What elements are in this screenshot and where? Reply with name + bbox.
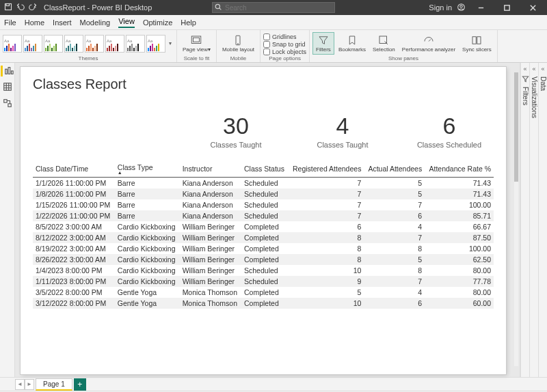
table-row[interactable]: 1/15/2026 11:00:00 PMBarreKiana Anderson… [33,199,494,210]
bookmarks-button[interactable]: Bookmarks [336,33,369,55]
visualizations-pane-collapsed[interactable]: « Visualizations [529,63,538,377]
filters-pane-collapsed[interactable]: « Filters [520,63,529,377]
menu-insert[interactable]: Insert [53,18,72,27]
svg-rect-5 [504,5,509,10]
theme-swatch[interactable]: Aa [3,35,22,53]
table-row[interactable]: 1/11/2023 8:00:00 PMCardio KickboxingWil… [33,276,494,287]
theme-swatch[interactable]: Aa [146,35,165,53]
table-cell: 5 [289,287,364,298]
search-box[interactable] [212,2,335,13]
table-cell: Cardio Kickboxing [115,221,180,232]
page-scroll-right[interactable]: ► [25,379,34,390]
table-cell: 7 [364,199,425,210]
sync-slicers-button[interactable]: Sync slicers [459,33,494,55]
maximize-button[interactable] [496,0,517,15]
theme-swatch[interactable]: Aa [64,35,83,53]
filters-button[interactable]: Filters [312,32,334,55]
menu-home[interactable]: Home [25,18,44,27]
performance-button[interactable]: Performance analyzer [399,33,458,55]
table-row[interactable]: 3/5/2022 8:00:00 PMGentle YogaMonica Tho… [33,287,494,298]
theme-swatch[interactable]: Aa [44,35,63,53]
table-row[interactable]: 1/8/2026 11:00:00 PMBarreKiana AndersonS… [33,188,494,199]
table-cell: 8 [289,232,364,243]
table-cell: William Beringer [180,254,241,265]
table-cell: 8 [364,265,425,276]
snap-checkbox[interactable]: Snap to grid [263,41,306,48]
column-header[interactable]: Actual Attendees [364,161,425,177]
theme-swatch[interactable]: Aa [126,35,145,53]
column-header[interactable]: Instructor [180,161,241,177]
window-title: ClassReport - Power BI Desktop [44,3,152,12]
table-cell: Monica Thomson [180,298,241,309]
kpi-card[interactable]: 6Classes Scheduled [412,113,487,149]
close-button[interactable] [522,0,543,15]
table-row[interactable]: 1/22/2026 11:00:00 PMBarreKiana Anderson… [33,210,494,221]
chevron-left-icon: « [541,66,544,72]
report-page[interactable]: Classes Report 30Classes Taught4Classes … [21,67,506,374]
column-header[interactable]: Class Type▲ [115,161,180,177]
signin-label[interactable]: Sign in [429,3,452,12]
theme-swatch[interactable]: Aa [105,35,124,53]
table-row[interactable]: 3/12/2022 8:00:00 PMGentle YogaMonica Th… [33,298,494,309]
table-cell: 1/15/2026 11:00:00 PM [33,199,115,210]
user-icon[interactable] [457,3,465,12]
kpi-label: Classes Taught [198,141,274,149]
search-input[interactable] [212,2,335,13]
themes-more[interactable]: ▾ [167,40,174,46]
table-row[interactable]: 1/1/2026 11:00:00 PMBarreKiana AndersonS… [33,177,494,188]
data-view-icon[interactable] [3,82,12,93]
minimize-button[interactable] [470,0,491,15]
table-row[interactable]: 8/26/2022 3:00:00 AMCardio KickboxingWil… [33,254,494,265]
group-scale: Scale to fit [184,55,209,62]
table-cell: 71.43 [425,188,494,199]
redo-icon[interactable] [29,3,37,12]
menu-file[interactable]: File [4,18,16,27]
column-header[interactable]: Class Date/Time [33,161,115,177]
table-cell: Kiana Anderson [180,210,241,221]
page-view-button[interactable]: Page view▾ [180,33,213,55]
theme-swatch[interactable]: Aa [23,35,42,53]
table-row[interactable]: 1/4/2023 8:00:00 PMCardio KickboxingWill… [33,265,494,276]
table-cell: Barre [115,199,180,210]
table-cell: 1/11/2023 8:00:00 PM [33,276,115,287]
column-header[interactable]: Attendance Rate % [425,161,494,177]
table-cell: 1/22/2026 11:00:00 PM [33,210,115,221]
table-cell: 8 [289,243,364,254]
canvas-scrollbar[interactable] [514,72,518,366]
mobile-layout-button[interactable]: Mobile layout [219,33,257,55]
add-page-button[interactable]: + [74,378,86,391]
lock-checkbox[interactable]: Lock objects [263,48,306,55]
table-cell: Completed [241,221,288,232]
table-cell: William Beringer [180,276,241,287]
group-pageoptions: Page options [269,55,301,62]
undo-icon[interactable] [16,3,25,12]
table-cell: 10 [289,298,364,309]
gridlines-checkbox[interactable]: Gridlines [263,33,306,40]
menu-view[interactable]: View [118,17,135,28]
report-view-icon[interactable] [1,66,14,76]
selection-button[interactable]: Selection [370,33,398,55]
menu-optimize[interactable]: Optimize [143,18,172,27]
table-cell: William Beringer [180,265,241,276]
table-row[interactable]: 8/5/2022 3:00:00 AMCardio KickboxingWill… [33,221,494,232]
menu-bar: File Home Insert Modeling View Optimize … [0,15,547,30]
chevron-left-icon: « [523,66,526,72]
svg-point-4 [460,5,462,7]
kpi-card[interactable]: 4Classes Taught [305,113,380,149]
data-pane-collapsed[interactable]: « Data [538,63,547,377]
column-header[interactable]: Class Status [241,161,288,177]
save-icon[interactable] [4,3,12,12]
table-cell: 7 [364,232,425,243]
model-view-icon[interactable] [3,98,12,109]
report-table[interactable]: Class Date/TimeClass Type▲InstructorClas… [33,161,494,309]
table-cell: 100.00 [425,243,494,254]
menu-modeling[interactable]: Modeling [80,18,111,27]
page-tab-1[interactable]: Page 1 [36,378,72,391]
theme-swatch[interactable]: Aa [85,35,104,53]
table-row[interactable]: 8/12/2022 3:00:00 AMCardio KickboxingWil… [33,232,494,243]
page-scroll-left[interactable]: ◄ [15,379,25,390]
kpi-card[interactable]: 30Classes Taught [198,113,274,149]
column-header[interactable]: Registered Attendees [289,161,364,177]
menu-help[interactable]: Help [181,18,196,27]
table-row[interactable]: 8/19/2022 3:00:00 AMCardio KickboxingWil… [33,243,494,254]
